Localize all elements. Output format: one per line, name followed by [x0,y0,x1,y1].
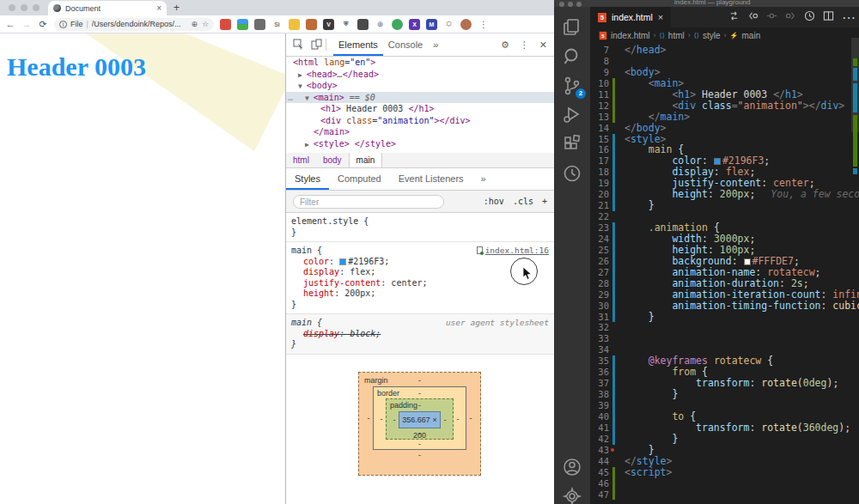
style-rule[interactable]: element.style {} [286,213,554,242]
sidebar-tabs-overflow-icon[interactable]: » [472,168,495,190]
color-swatch[interactable] [339,258,346,265]
site-info-icon[interactable]: i [59,21,67,28]
browser-menu-icon[interactable]: ⋮ [479,20,488,29]
dom-tree-row[interactable]: ▶ <style> </style> [286,138,554,150]
extension-icon-6[interactable] [306,19,317,30]
extension-icon-13[interactable]: M [426,19,437,30]
explorer-icon[interactable] [562,17,582,38]
code-line-21[interactable]: 21 } [590,200,859,211]
previous-change-icon[interactable] [747,9,758,25]
breadcrumb[interactable]: 5 index.html › ⟨⟩ html › ⟨⟩ style › ⚡ ma… [590,27,859,43]
code-editor[interactable]: 7</head>89<body>10 <main>11 <h1> Header … [590,45,859,504]
browser-tab-document[interactable]: Document × [48,1,167,15]
window-minimize-button[interactable] [21,4,27,11]
run-debug-icon[interactable] [562,105,582,125]
extension-icon-8[interactable]: ⛨ [340,19,351,30]
breadcrumb-file[interactable]: index.html [611,31,650,40]
code-line-47[interactable]: 47 [590,489,859,501]
css-declaration[interactable]: color: #2196F3; [291,257,549,268]
forward-icon[interactable]: → [21,19,32,29]
new-style-rule-button[interactable]: + [542,197,547,206]
box-model-diagram[interactable]: margin - - border - - [358,372,481,476]
zoom-page-icon[interactable]: ⊕ [191,20,198,28]
extension-icon-11[interactable] [392,19,403,30]
breadcrumb-item-html[interactable]: html [286,155,316,165]
tab-console[interactable]: Console [383,33,428,56]
extensions-icon[interactable] [562,134,582,155]
window-zoom-button[interactable] [33,4,40,11]
tab-close-icon[interactable]: × [156,3,161,13]
editor-tab-indexhtml[interactable]: 5 index.html × [590,7,671,27]
extension-icon-5[interactable] [289,19,300,30]
dom-tree-row[interactable]: ▼ <body> [286,80,554,92]
extension-icon-12[interactable]: X [409,19,420,30]
extension-icon-10[interactable]: ◎ [375,19,386,30]
open-changes-icon[interactable] [766,9,777,25]
reload-icon[interactable]: ⟳ [38,19,48,30]
breadcrumb-item-main[interactable]: main [349,153,383,167]
code-line-38[interactable]: 38 } [590,389,859,400]
dom-tree-row[interactable]: <html lang="en"> [286,57,554,69]
code-line-31[interactable]: 31 } [590,312,859,323]
tabs-overflow-icon[interactable]: » [428,33,443,56]
chevron-right-icon[interactable]: ▶ [305,141,314,149]
breadcrumb-style[interactable]: style [703,31,721,40]
address-bar[interactable]: i File | /Users/dendoink/Repos/... ⊕ ☆ [54,18,214,31]
back-icon[interactable]: ← [5,19,15,29]
tab-elements[interactable]: Elements [333,33,383,56]
dom-tree-row[interactable]: <h1> Header 0003 </h1> [286,103,554,115]
style-rule[interactable]: main {user agent stylesheetdisplay: bloc… [286,314,554,355]
breadcrumb-main[interactable]: main [742,31,761,40]
search-icon[interactable] [562,46,582,67]
split-editor-icon[interactable] [823,9,834,25]
extension-icon-15[interactable] [460,19,472,30]
source-control-icon[interactable]: 2 [562,76,582,96]
code-line-32[interactable]: 32 [590,322,859,333]
extension-icon-4[interactable]: Si [271,19,283,30]
device-toolbar-icon[interactable] [311,39,322,52]
gitlens-compare-icon[interactable] [728,9,740,25]
toggle-hov-button[interactable]: :hov [484,197,504,206]
css-declaration[interactable]: justify-content: center; [291,278,549,289]
breadcrumb-item-body[interactable]: body [316,155,349,165]
toggle-cls-button[interactable]: .cls [513,197,533,206]
gitlens-clock-icon[interactable] [562,163,582,184]
inspect-element-icon[interactable] [293,39,304,52]
window-close-button[interactable] [9,4,15,11]
chevron-down-icon[interactable]: ▼ [298,82,307,90]
toggle-blame-icon[interactable] [804,9,815,25]
extension-icon-7[interactable]: V [323,19,334,30]
tab-computed[interactable]: Computed [329,168,390,190]
chevron-down-icon[interactable]: ▼ [305,94,314,102]
tab-event-listeners[interactable]: Event Listeners [390,168,472,190]
account-icon[interactable] [562,457,582,477]
chevron-right-icon[interactable]: ▶ [298,71,307,79]
extension-icon-3[interactable] [254,19,265,30]
styles-filter-input[interactable]: Filter [293,195,444,209]
devtools-close-icon[interactable]: ✕ [539,39,547,51]
css-declaration[interactable]: display: block; [291,329,549,340]
bookmark-star-icon[interactable]: ☆ [202,20,209,28]
editor-tab-close-icon[interactable]: × [658,12,663,22]
extension-icon-9[interactable] [357,19,369,30]
devtools-settings-icon[interactable]: ⚙ [501,39,509,51]
dom-tree-row[interactable]: <div class="animation"></div> [286,115,554,127]
code-line-33[interactable]: 33 [590,333,859,344]
settings-gear-icon[interactable] [562,486,582,504]
color-swatch[interactable] [744,258,751,265]
breadcrumb-html[interactable]: html [668,31,685,40]
extension-icon-1[interactable] [220,19,231,30]
next-change-icon[interactable] [785,9,796,25]
color-swatch[interactable] [714,158,721,165]
dom-tree-row[interactable]: …▼ <main> == $0 [286,92,554,104]
new-tab-button[interactable]: + [174,2,180,14]
css-declaration[interactable]: height: 200px; [291,288,549,300]
code-line-46[interactable]: 46 [590,478,859,489]
dom-tree-row[interactable]: </main> [286,126,554,138]
devtools-menu-icon[interactable]: ⋮ [520,39,529,51]
tab-styles[interactable]: Styles [286,168,329,190]
extension-icon-2[interactable] [237,19,248,30]
stylesheet-link[interactable]: index.html:16 [477,246,549,255]
code-line-45[interactable]: 45<script> [590,467,859,478]
code-line-7[interactable]: 7</head> [590,45,859,56]
